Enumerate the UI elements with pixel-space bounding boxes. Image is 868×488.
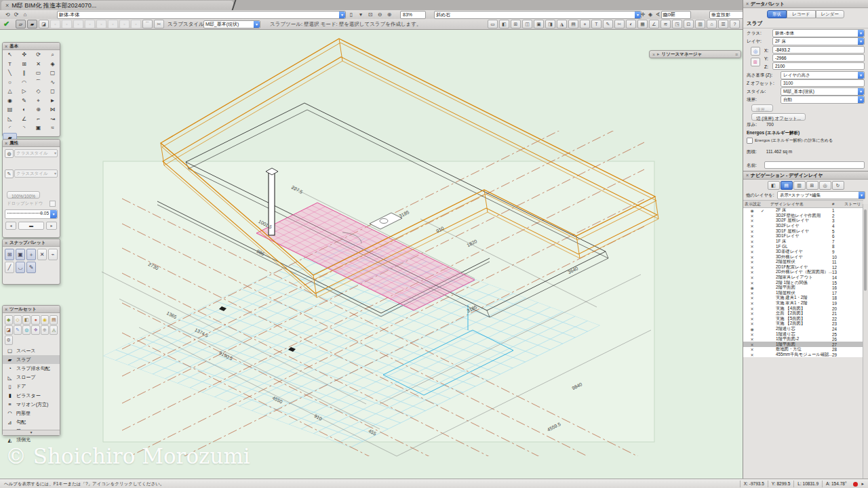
ellipse-tool-icon[interactable]: ◻ bbox=[45, 87, 60, 96]
navigation-palette-titlebar[interactable]: × ナビゲーション - デザインレイヤ bbox=[743, 171, 868, 180]
fit-view-icon[interactable]: ⊡ bbox=[366, 11, 374, 18]
y-field[interactable]: -2966 bbox=[772, 54, 865, 62]
status-menu-icon[interactable]: ▸ bbox=[861, 481, 868, 487]
mode-icon[interactable]: ▫ bbox=[50, 20, 60, 28]
mode-icon[interactable]: ▫ bbox=[96, 20, 106, 28]
wave-tool-icon[interactable]: ≋ bbox=[660, 20, 671, 28]
design-layers-tab-icon[interactable]: ▤ bbox=[781, 181, 793, 190]
line-tool-icon[interactable]: ╲ bbox=[3, 68, 17, 78]
fill-bucket-icon[interactable]: ◍ bbox=[5, 149, 14, 158]
hidden-x-icon[interactable]: ✕ bbox=[743, 301, 761, 306]
hidden-x-icon[interactable]: ✕ bbox=[743, 317, 761, 321]
roof-tool-icon[interactable]: ◮ bbox=[557, 20, 567, 28]
page-icon[interactable]: ▯ bbox=[347, 11, 355, 18]
arc-tool-icon[interactable]: ◠ bbox=[17, 78, 31, 87]
mode-icon[interactable]: ▫ bbox=[73, 20, 83, 28]
arrow-tool-icon[interactable]: ► bbox=[45, 96, 60, 106]
hidden-x-icon[interactable]: ✕ bbox=[743, 218, 761, 223]
references-tab-icon[interactable]: ↻ bbox=[832, 181, 844, 190]
data-palette-titlebar[interactable]: × データパレット bbox=[743, 0, 868, 8]
freehand-tool-icon[interactable]: ∿ bbox=[45, 78, 60, 87]
hidden-x-icon[interactable]: ✕ bbox=[743, 347, 761, 352]
grid-tool-icon[interactable]: ⊞ bbox=[511, 20, 521, 28]
pan-tool-icon[interactable]: ✜ bbox=[17, 50, 31, 60]
rectangle-tool-icon[interactable]: ▭ bbox=[31, 68, 45, 78]
sheet-layers-tab-icon[interactable]: ▥ bbox=[793, 181, 806, 190]
hidden-x-icon[interactable]: ✕ bbox=[743, 234, 761, 239]
mode-icon[interactable]: ▫ bbox=[62, 20, 72, 28]
close-icon[interactable]: × bbox=[5, 44, 7, 49]
list-tool-icon[interactable]: ☰ bbox=[718, 20, 728, 28]
next-arrow-icon[interactable]: ▸ bbox=[46, 222, 57, 230]
tab-record[interactable]: レコード bbox=[787, 10, 815, 18]
zoom-out-icon[interactable]: ⊖ bbox=[376, 11, 384, 18]
class-dropdown[interactable]: 躯体-本体▾ bbox=[772, 29, 865, 37]
opacity-button[interactable]: 100%/100% bbox=[7, 191, 40, 199]
fillet-mode-icon[interactable]: ⌒ bbox=[142, 20, 153, 28]
toolset-item-マリオン(方立)[interactable]: ≡マリオン(方立) bbox=[3, 400, 60, 409]
attribute-mapping-icon[interactable]: ◈ bbox=[45, 60, 60, 69]
zoom-level-field[interactable]: 83% bbox=[400, 11, 426, 19]
confirm-icon[interactable]: ✔ bbox=[3, 20, 9, 28]
more-icon[interactable]: ≡ bbox=[735, 52, 738, 57]
drawing-canvas[interactable]: 227.531851001.59101820364027309861365137… bbox=[0, 29, 743, 479]
toolset-item-スラブ[interactable]: ▰スラブ bbox=[3, 355, 60, 364]
slab-style-dropdown[interactable]: M邸_基本(現状)▾ bbox=[203, 20, 260, 28]
collapse-icon[interactable]: ▸ bbox=[657, 52, 660, 57]
close-icon[interactable]: × bbox=[5, 241, 7, 245]
rounded-rectangle-tool-icon[interactable]: ▢ bbox=[45, 68, 60, 78]
x-field[interactable]: -8493.2 bbox=[772, 46, 865, 54]
view-orientation-dropdown[interactable]: 斜め右▾ bbox=[434, 11, 642, 19]
redo-view-icon[interactable]: ⟳ bbox=[12, 11, 20, 18]
hidden-x-icon[interactable]: ✕ bbox=[743, 306, 761, 311]
story-column-header[interactable]: ストーリ bbox=[844, 201, 863, 207]
fill-style-dropdown[interactable]: クラススタイル▾ bbox=[14, 149, 58, 157]
visible-eye-icon[interactable]: ◉ bbox=[743, 327, 761, 331]
layer-dropdown[interactable]: 2F 床▾ bbox=[772, 37, 865, 45]
tab-render[interactable]: レンダー bbox=[816, 10, 844, 18]
toolset-item-スロープ[interactable]: ◺スロープ bbox=[3, 373, 60, 382]
furniture-category-icon[interactable]: ● bbox=[31, 315, 39, 325]
diamond-tool-icon[interactable]: ◇ bbox=[31, 87, 45, 96]
saved-views-tab-icon[interactable]: ◎ bbox=[819, 181, 831, 190]
boundary-dropdown[interactable]: 自動▾ bbox=[781, 96, 865, 104]
hidden-x-icon[interactable]: ✕ bbox=[743, 281, 761, 285]
active-class-dropdown[interactable]: 躯体-本体▾ bbox=[57, 11, 346, 19]
height-ref-dropdown[interactable]: レイヤの高さ▾ bbox=[781, 71, 865, 79]
pen-style-dropdown[interactable]: クラススタイル▾ bbox=[14, 169, 58, 178]
viewports-tab-icon[interactable]: ⊞ bbox=[806, 181, 818, 190]
toolset-item-スペース[interactable]: ▢スペース bbox=[3, 346, 60, 355]
visible-eye-icon[interactable]: ◉ bbox=[743, 285, 761, 290]
hidden-x-icon[interactable]: ✕ bbox=[743, 332, 761, 337]
trim-mode-icon[interactable]: ✂ bbox=[154, 20, 164, 28]
number-column-header[interactable]: # bbox=[832, 202, 844, 206]
squiggle-tool-icon[interactable]: ↝ bbox=[45, 115, 60, 124]
hidden-x-icon[interactable]: ✕ bbox=[743, 275, 761, 280]
toolset-item-ドア[interactable]: ▯ドア bbox=[3, 382, 60, 391]
mode-icon[interactable]: ▫ bbox=[131, 20, 141, 28]
hidden-x-icon[interactable]: ✕ bbox=[743, 260, 761, 264]
toolset-item-スラブ排水勾配[interactable]: ◔スラブ排水勾配 bbox=[3, 364, 60, 373]
window-tool-icon[interactable]: ◫ bbox=[522, 20, 532, 28]
add-tool-icon[interactable]: ⊕ bbox=[31, 105, 45, 115]
eyedropper-tool-icon[interactable]: ◐ bbox=[626, 20, 636, 28]
hidden-x-icon[interactable]: ✕ bbox=[743, 239, 761, 244]
hatch-tool-icon[interactable]: ▤ bbox=[3, 105, 17, 115]
delete-tool-icon[interactable]: ✕ bbox=[31, 60, 45, 69]
hatch-tool-icon[interactable]: ▦ bbox=[637, 20, 648, 28]
z-offset-field[interactable]: 3100 bbox=[781, 79, 865, 87]
building-shell-category-icon[interactable]: ◆ bbox=[5, 315, 13, 325]
object-snap-icon[interactable]: ▣ bbox=[16, 249, 25, 260]
scissor-tool-icon[interactable]: ✂ bbox=[614, 20, 625, 28]
angle-tool-icon[interactable]: ∠ bbox=[649, 20, 659, 28]
smart-point-snap-icon[interactable]: ✕ bbox=[37, 249, 47, 260]
toolset-item-頂側光[interactable]: ◭頂側光 bbox=[3, 436, 60, 445]
mode-icon[interactable]: ▫ bbox=[85, 20, 95, 28]
close-icon[interactable]: × bbox=[5, 141, 7, 146]
mode-icon[interactable]: ▫ bbox=[108, 20, 118, 28]
edge-offset-button[interactable]: 辺 (境界) オフセット... bbox=[751, 113, 806, 121]
record-indicator-icon[interactable] bbox=[853, 482, 858, 487]
hidden-x-icon[interactable]: ✕ bbox=[743, 296, 761, 300]
layer-row[interactable]: ✕1F 床7 bbox=[743, 239, 863, 245]
slab-tool-icon[interactable]: ◧ bbox=[499, 20, 509, 28]
